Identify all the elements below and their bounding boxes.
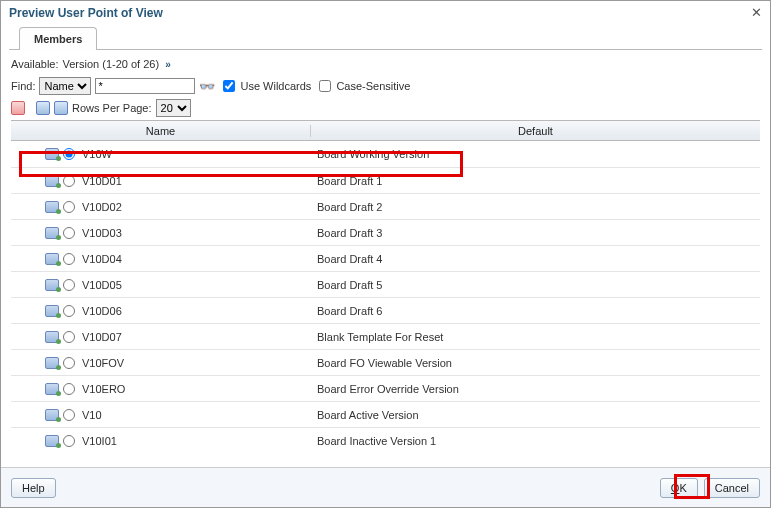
column-header-name[interactable]: Name	[11, 125, 311, 137]
member-radio[interactable]	[63, 305, 75, 317]
member-radio[interactable]	[63, 279, 75, 291]
member-icon	[45, 383, 59, 395]
member-radio[interactable]	[63, 148, 75, 160]
member-description: Board Draft 4	[311, 253, 760, 265]
member-radio[interactable]	[63, 383, 75, 395]
member-icon	[45, 201, 59, 213]
member-radio[interactable]	[63, 227, 75, 239]
member-radio[interactable]	[63, 331, 75, 343]
member-icon	[45, 279, 59, 291]
table-row[interactable]: V10D07Blank Template For Reset	[11, 323, 760, 349]
member-code: V10I01	[82, 435, 117, 447]
case-sensitive-checkbox[interactable]: Case-Sensitive	[315, 77, 410, 95]
column-header-default[interactable]: Default	[311, 125, 760, 137]
member-icon	[45, 253, 59, 265]
table-row[interactable]: V10D02Board Draft 2	[11, 193, 760, 219]
member-description: Board Inactive Version 1	[311, 435, 760, 447]
member-code: V10D01	[82, 175, 122, 187]
member-code: V10D06	[82, 305, 122, 317]
member-icon	[45, 357, 59, 369]
new-icon[interactable]	[11, 101, 25, 115]
member-icon	[45, 435, 59, 447]
member-code: V10D02	[82, 201, 122, 213]
member-icon	[45, 148, 59, 160]
table-row[interactable]: V10D06Board Draft 6	[11, 297, 760, 323]
member-description: Board Active Version	[311, 409, 760, 421]
member-description: Board Draft 1	[311, 175, 760, 187]
find-input[interactable]	[95, 78, 195, 94]
member-radio[interactable]	[63, 435, 75, 447]
member-description: Board Draft 6	[311, 305, 760, 317]
use-wildcards-checkbox[interactable]: Use Wildcards	[219, 77, 311, 95]
member-description: Board Draft 3	[311, 227, 760, 239]
search-icon[interactable]: 👓	[199, 78, 215, 94]
member-code: V10D03	[82, 227, 122, 239]
dialog-title: Preview User Point of View	[9, 6, 163, 20]
case-sensitive-label: Case-Sensitive	[336, 80, 410, 92]
more-pages-icon[interactable]: »	[163, 59, 173, 70]
member-description: Board Working Version	[311, 148, 760, 160]
prev-page-icon[interactable]	[36, 101, 50, 115]
cancel-button[interactable]: Cancel	[704, 478, 760, 498]
member-radio[interactable]	[63, 201, 75, 213]
table-row[interactable]: V10I01Board Inactive Version 1	[11, 427, 760, 453]
member-description: Board FO Viewable Version	[311, 357, 760, 369]
use-wildcards-label: Use Wildcards	[240, 80, 311, 92]
member-radio[interactable]	[63, 175, 75, 187]
member-icon	[45, 331, 59, 343]
member-icon	[45, 409, 59, 421]
member-code: V10D07	[82, 331, 122, 343]
table-row[interactable]: V10D01Board Draft 1	[11, 167, 760, 193]
rows-per-page-select[interactable]: 20	[156, 99, 191, 117]
close-icon[interactable]: ✕	[751, 5, 762, 20]
member-code: V10ERO	[82, 383, 125, 395]
member-radio[interactable]	[63, 357, 75, 369]
member-radio[interactable]	[63, 409, 75, 421]
table-row[interactable]: V10D04Board Draft 4	[11, 245, 760, 271]
next-page-icon[interactable]	[54, 101, 68, 115]
member-icon	[45, 175, 59, 187]
ok-label-tail: K	[679, 482, 686, 494]
member-description: Board Draft 5	[311, 279, 760, 291]
member-code: V10	[82, 409, 102, 421]
table-row[interactable]: V10FOVBoard FO Viewable Version	[11, 349, 760, 375]
member-description: Board Error Override Version	[311, 383, 760, 395]
table-row[interactable]: V10Board Active Version	[11, 401, 760, 427]
table-row[interactable]: V10D03Board Draft 3	[11, 219, 760, 245]
ok-button[interactable]: OK	[660, 478, 698, 498]
member-radio[interactable]	[63, 253, 75, 265]
available-label: Available:	[11, 58, 59, 70]
available-value: Version (1-20 of 26)	[63, 58, 160, 70]
find-label: Find:	[11, 80, 35, 92]
table-row[interactable]: V10WBoard Working Version	[11, 141, 760, 167]
rows-per-page-label: Rows Per Page:	[72, 102, 151, 114]
member-code: V10D05	[82, 279, 122, 291]
member-description: Board Draft 2	[311, 201, 760, 213]
member-code: V10FOV	[82, 357, 124, 369]
help-button[interactable]: Help	[11, 478, 56, 498]
member-description: Blank Template For Reset	[311, 331, 760, 343]
find-field-select[interactable]: Name	[39, 77, 91, 95]
table-row[interactable]: V10EROBoard Error Override Version	[11, 375, 760, 401]
member-icon	[45, 305, 59, 317]
member-icon	[45, 227, 59, 239]
table-row[interactable]: V10D05Board Draft 5	[11, 271, 760, 297]
member-code: V10W	[82, 148, 112, 160]
tab-members[interactable]: Members	[19, 27, 97, 50]
member-code: V10D04	[82, 253, 122, 265]
